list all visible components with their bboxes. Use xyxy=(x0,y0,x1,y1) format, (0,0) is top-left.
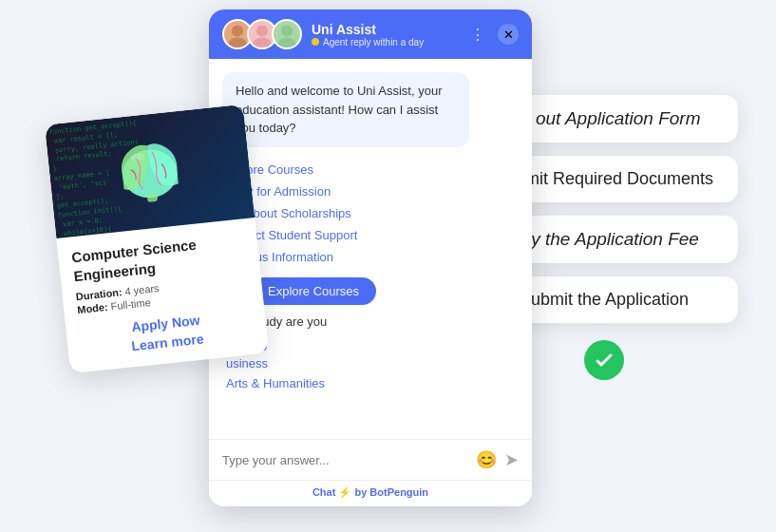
apply-now-button[interactable]: Apply Now xyxy=(131,313,201,334)
menu-item-scholarships[interactable]: Ask about Scholarships xyxy=(222,204,519,222)
close-button[interactable]: ✕ xyxy=(498,24,519,45)
menu-item-explore[interactable]: Explore Courses xyxy=(222,161,519,179)
svg-point-0 xyxy=(232,25,243,36)
mode-label: Mode: xyxy=(77,301,108,315)
branding-text: by BotPenguin xyxy=(354,486,428,498)
chat-header: Uni Assist Agent reply within a day ⋮ ✕ xyxy=(209,10,532,59)
chat-branding: Chat ⚡ by BotPenguin xyxy=(209,480,532,506)
pay-fee-text: Pay the Application Fee xyxy=(509,229,699,249)
menu-item-support[interactable]: Contact Student Support xyxy=(222,226,519,244)
header-actions: ⋮ ✕ xyxy=(465,24,519,46)
status-text: Agent reply within a day xyxy=(323,37,424,48)
brain-illustration xyxy=(103,123,197,220)
checkmark-badge xyxy=(584,340,624,380)
field-option-business[interactable]: usiness xyxy=(222,354,519,372)
send-button[interactable]: ➤ xyxy=(504,449,519,470)
chat-input[interactable] xyxy=(222,453,468,467)
branding-bolt: ⚡ xyxy=(338,486,351,498)
status-indicator xyxy=(312,38,319,46)
menu-dots-button[interactable]: ⋮ xyxy=(465,24,490,46)
svg-point-4 xyxy=(281,25,293,36)
menu-item-campus[interactable]: Campus Information xyxy=(222,248,519,266)
learn-more-button[interactable]: Learn more xyxy=(131,331,205,353)
fill-form-text: Fill out Application Form xyxy=(507,108,700,128)
agent-avatars xyxy=(222,19,302,49)
course-card-body: Computer Science Engineering Duration: 4… xyxy=(56,218,269,373)
field-option-arts[interactable]: Arts & Humanities xyxy=(222,374,519,392)
chat-footer: 😊 ➤ xyxy=(209,439,532,480)
branding-prefix: Chat xyxy=(312,486,339,498)
avatar-3 xyxy=(272,19,302,49)
svg-point-3 xyxy=(253,38,271,50)
menu-list: Explore Courses Apply for Admission Ask … xyxy=(222,161,519,266)
emoji-button[interactable]: 😊 xyxy=(476,449,497,470)
course-card: function get_accept(){ var result = []; … xyxy=(45,104,269,374)
course-actions: Apply Now Learn more xyxy=(79,307,255,359)
duration-value: 4 years xyxy=(124,282,160,297)
svg-rect-7 xyxy=(147,193,159,202)
course-card-image: function get_accept(){ var result = []; … xyxy=(45,104,255,238)
svg-point-1 xyxy=(228,38,246,50)
mode-value: Full-time xyxy=(110,296,151,312)
submit-app-text: Submit the Application xyxy=(520,290,689,309)
menu-item-apply[interactable]: Apply for Admission xyxy=(222,182,519,200)
welcome-message: Hello and welcome to Uni Assist, your ed… xyxy=(222,72,469,147)
agent-status: Agent reply within a day xyxy=(312,37,424,48)
explore-courses-button[interactable]: Explore Courses xyxy=(251,277,376,305)
field-prompt-text: ld of study are you xyxy=(222,314,519,329)
svg-point-5 xyxy=(277,38,295,50)
header-info: Uni Assist Agent reply within a day xyxy=(312,22,424,48)
agent-name: Uni Assist xyxy=(312,22,424,37)
header-left: Uni Assist Agent reply within a day xyxy=(222,19,424,49)
svg-point-2 xyxy=(256,25,268,36)
